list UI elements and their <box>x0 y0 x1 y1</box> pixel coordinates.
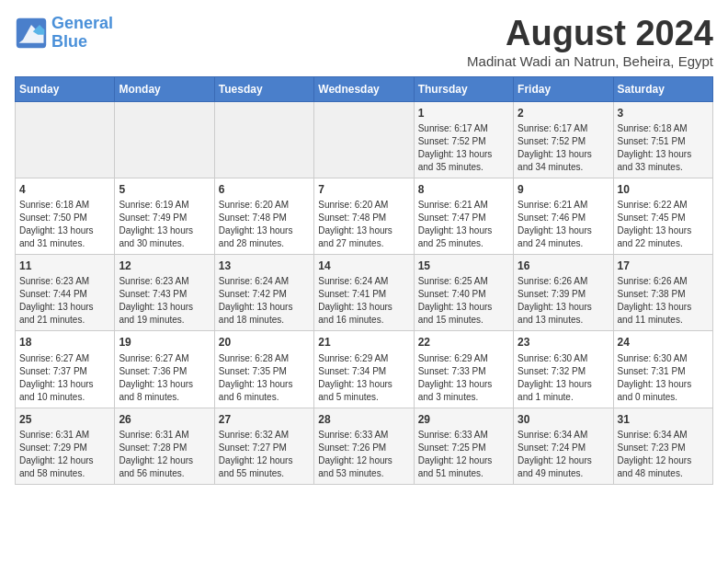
day-number: 27 <box>219 412 310 427</box>
calendar-cell: 22Sunrise: 6:29 AM Sunset: 7:33 PM Dayli… <box>414 331 513 408</box>
calendar-cell: 30Sunrise: 6:34 AM Sunset: 7:24 PM Dayli… <box>514 408 613 484</box>
day-info: Sunrise: 6:17 AM Sunset: 7:52 PM Dayligh… <box>518 122 609 174</box>
logo-text-blue: Blue <box>51 32 87 51</box>
calendar-cell: 17Sunrise: 6:26 AM Sunset: 7:38 PM Dayli… <box>613 255 712 331</box>
day-number: 24 <box>618 335 709 350</box>
day-number: 4 <box>19 182 110 197</box>
day-info: Sunrise: 6:34 AM Sunset: 7:24 PM Dayligh… <box>518 429 609 480</box>
day-info: Sunrise: 6:19 AM Sunset: 7:49 PM Dayligh… <box>119 199 210 250</box>
calendar-cell: 26Sunrise: 6:31 AM Sunset: 7:28 PM Dayli… <box>115 408 214 484</box>
day-number: 18 <box>19 335 110 350</box>
day-of-week-header: Thursday <box>414 76 513 101</box>
logo-icon <box>15 17 48 50</box>
calendar-cell: 29Sunrise: 6:33 AM Sunset: 7:25 PM Dayli… <box>414 408 513 484</box>
day-of-week-header: Friday <box>514 76 613 101</box>
day-number: 23 <box>518 335 609 350</box>
day-number: 20 <box>219 335 310 350</box>
calendar-cell: 15Sunrise: 6:25 AM Sunset: 7:40 PM Dayli… <box>414 255 513 331</box>
page-subtitle: Madinat Wadi an Natrun, Beheira, Egypt <box>467 53 713 69</box>
calendar-cell: 9Sunrise: 6:21 AM Sunset: 7:46 PM Daylig… <box>514 178 613 254</box>
logo-text-general: General <box>51 14 113 32</box>
day-info: Sunrise: 6:25 AM Sunset: 7:40 PM Dayligh… <box>418 275 509 327</box>
day-number: 12 <box>119 259 210 273</box>
calendar-cell: 6Sunrise: 6:20 AM Sunset: 7:48 PM Daylig… <box>214 178 313 254</box>
calendar-cell: 21Sunrise: 6:29 AM Sunset: 7:34 PM Dayli… <box>314 331 414 408</box>
calendar-cell: 28Sunrise: 6:33 AM Sunset: 7:26 PM Dayli… <box>314 408 414 484</box>
day-info: Sunrise: 6:30 AM Sunset: 7:32 PM Dayligh… <box>518 352 609 404</box>
calendar-cell: 12Sunrise: 6:23 AM Sunset: 7:43 PM Dayli… <box>115 255 214 331</box>
calendar-cell <box>16 101 115 178</box>
day-number: 1 <box>418 106 509 121</box>
day-number: 26 <box>119 412 210 427</box>
day-number: 28 <box>318 412 409 427</box>
calendar-cell: 24Sunrise: 6:30 AM Sunset: 7:31 PM Dayli… <box>613 331 712 408</box>
day-info: Sunrise: 6:26 AM Sunset: 7:39 PM Dayligh… <box>518 275 609 327</box>
calendar-cell: 16Sunrise: 6:26 AM Sunset: 7:39 PM Dayli… <box>514 255 613 331</box>
day-info: Sunrise: 6:24 AM Sunset: 7:42 PM Dayligh… <box>219 275 310 327</box>
day-of-week-header: Sunday <box>16 76 115 101</box>
calendar-cell: 18Sunrise: 6:27 AM Sunset: 7:37 PM Dayli… <box>16 331 115 408</box>
calendar-cell: 11Sunrise: 6:23 AM Sunset: 7:44 PM Dayli… <box>16 255 115 331</box>
day-info: Sunrise: 6:29 AM Sunset: 7:34 PM Dayligh… <box>318 352 409 404</box>
day-info: Sunrise: 6:24 AM Sunset: 7:41 PM Dayligh… <box>318 275 409 327</box>
day-info: Sunrise: 6:18 AM Sunset: 7:50 PM Dayligh… <box>19 199 110 250</box>
day-info: Sunrise: 6:31 AM Sunset: 7:29 PM Dayligh… <box>19 429 110 480</box>
calendar-cell: 23Sunrise: 6:30 AM Sunset: 7:32 PM Dayli… <box>514 331 613 408</box>
day-number: 2 <box>518 106 609 121</box>
day-number: 17 <box>618 259 709 273</box>
day-info: Sunrise: 6:22 AM Sunset: 7:45 PM Dayligh… <box>618 199 709 250</box>
day-info: Sunrise: 6:27 AM Sunset: 7:36 PM Dayligh… <box>119 352 210 404</box>
calendar-cell <box>314 101 414 178</box>
page-header: General Blue August 2024 Madinat Wadi an… <box>15 15 713 69</box>
logo: General Blue <box>15 15 113 52</box>
day-info: Sunrise: 6:31 AM Sunset: 7:28 PM Dayligh… <box>119 429 210 480</box>
day-of-week-header: Saturday <box>613 76 712 101</box>
day-number: 31 <box>618 412 709 427</box>
day-info: Sunrise: 6:21 AM Sunset: 7:46 PM Dayligh… <box>518 199 609 250</box>
day-info: Sunrise: 6:26 AM Sunset: 7:38 PM Dayligh… <box>618 275 709 327</box>
calendar-cell: 20Sunrise: 6:28 AM Sunset: 7:35 PM Dayli… <box>214 331 313 408</box>
day-info: Sunrise: 6:34 AM Sunset: 7:23 PM Dayligh… <box>618 429 709 480</box>
day-number: 8 <box>418 182 509 197</box>
day-number: 14 <box>318 259 409 273</box>
calendar-cell: 1Sunrise: 6:17 AM Sunset: 7:52 PM Daylig… <box>414 101 513 178</box>
day-of-week-header: Monday <box>115 76 214 101</box>
day-info: Sunrise: 6:18 AM Sunset: 7:51 PM Dayligh… <box>618 122 709 174</box>
day-info: Sunrise: 6:17 AM Sunset: 7:52 PM Dayligh… <box>418 122 509 174</box>
day-number: 13 <box>219 259 310 273</box>
day-info: Sunrise: 6:32 AM Sunset: 7:27 PM Dayligh… <box>219 429 310 480</box>
day-of-week-header: Tuesday <box>214 76 313 101</box>
day-number: 7 <box>318 182 409 197</box>
day-number: 25 <box>19 412 110 427</box>
day-info: Sunrise: 6:30 AM Sunset: 7:31 PM Dayligh… <box>618 352 709 404</box>
day-number: 30 <box>518 412 609 427</box>
day-number: 15 <box>418 259 509 273</box>
calendar-cell: 31Sunrise: 6:34 AM Sunset: 7:23 PM Dayli… <box>613 408 712 484</box>
calendar-cell: 14Sunrise: 6:24 AM Sunset: 7:41 PM Dayli… <box>314 255 414 331</box>
calendar-cell <box>214 101 313 178</box>
day-number: 6 <box>219 182 310 197</box>
day-number: 9 <box>518 182 609 197</box>
day-number: 21 <box>318 335 409 350</box>
day-of-week-header: Wednesday <box>314 76 414 101</box>
calendar-table: SundayMondayTuesdayWednesdayThursdayFrid… <box>15 76 713 485</box>
calendar-cell: 10Sunrise: 6:22 AM Sunset: 7:45 PM Dayli… <box>613 178 712 254</box>
calendar-cell: 5Sunrise: 6:19 AM Sunset: 7:49 PM Daylig… <box>115 178 214 254</box>
calendar-cell: 7Sunrise: 6:20 AM Sunset: 7:48 PM Daylig… <box>314 178 414 254</box>
calendar-cell: 27Sunrise: 6:32 AM Sunset: 7:27 PM Dayli… <box>214 408 313 484</box>
day-info: Sunrise: 6:23 AM Sunset: 7:43 PM Dayligh… <box>119 275 210 327</box>
day-number: 22 <box>418 335 509 350</box>
calendar-cell: 8Sunrise: 6:21 AM Sunset: 7:47 PM Daylig… <box>414 178 513 254</box>
day-info: Sunrise: 6:33 AM Sunset: 7:25 PM Dayligh… <box>418 429 509 480</box>
day-info: Sunrise: 6:27 AM Sunset: 7:37 PM Dayligh… <box>19 352 110 404</box>
day-info: Sunrise: 6:28 AM Sunset: 7:35 PM Dayligh… <box>219 352 310 404</box>
day-number: 10 <box>618 182 709 197</box>
day-info: Sunrise: 6:20 AM Sunset: 7:48 PM Dayligh… <box>219 199 310 250</box>
day-number: 19 <box>119 335 210 350</box>
day-number: 16 <box>518 259 609 273</box>
calendar-cell: 3Sunrise: 6:18 AM Sunset: 7:51 PM Daylig… <box>613 101 712 178</box>
day-info: Sunrise: 6:23 AM Sunset: 7:44 PM Dayligh… <box>19 275 110 327</box>
day-info: Sunrise: 6:21 AM Sunset: 7:47 PM Dayligh… <box>418 199 509 250</box>
calendar-cell <box>115 101 214 178</box>
day-number: 3 <box>618 106 709 121</box>
